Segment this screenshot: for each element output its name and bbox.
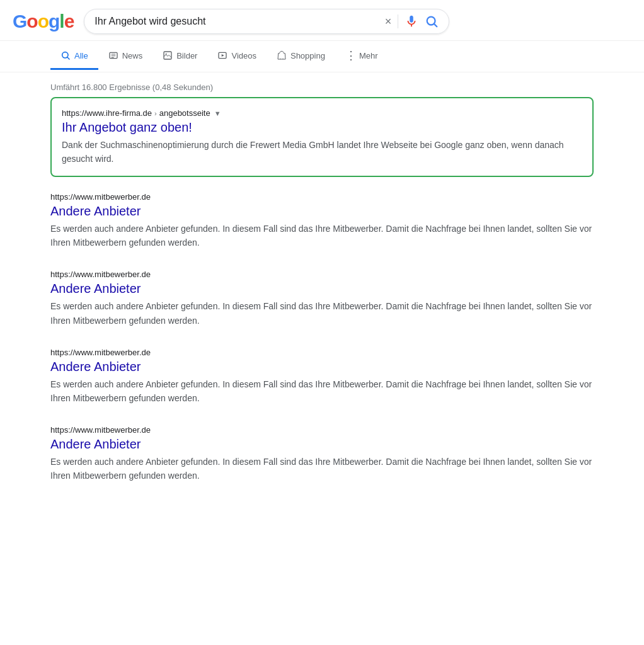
nav-tabs: Alle News Bilder Videos	[0, 41, 644, 72]
result-title-4[interactable]: Andere Anbieter	[50, 436, 594, 452]
tab-mehr[interactable]: ⋮ Mehr	[335, 41, 388, 72]
result-item-3: https://www.mitbewerber.de Andere Anbiet…	[50, 338, 594, 415]
tab-videos-label: Videos	[231, 51, 256, 60]
search-icons: ×	[385, 14, 439, 28]
tab-news-label: News	[122, 51, 143, 60]
logo-e: e	[64, 11, 74, 32]
result-url-1: https://www.mitbewerber.de	[50, 192, 594, 202]
result-snippet-3: Es werden auch andere Anbieter gefunden.…	[50, 377, 594, 405]
result-url-3: https://www.mitbewerber.de	[50, 348, 594, 357]
featured-result-url: https://www.ihre-firma.de › angebotsseit…	[62, 108, 582, 118]
result-url-text-2: https://www.mitbewerber.de	[50, 270, 151, 279]
videos-icon	[217, 50, 227, 60]
images-icon	[163, 50, 173, 60]
result-item-1: https://www.mitbewerber.de Andere Anbiet…	[50, 182, 594, 260]
featured-result: https://www.ihre-firma.de › angebotsseit…	[50, 97, 594, 177]
search-bar: ×	[84, 9, 449, 34]
result-url-4: https://www.mitbewerber.de	[50, 425, 594, 435]
tab-shopping-label: Shopping	[290, 51, 325, 60]
svg-point-13	[282, 59, 283, 59]
logo-g2: g	[49, 11, 59, 32]
news-icon	[108, 50, 118, 60]
mic-icon[interactable]	[405, 14, 418, 28]
result-snippet-4: Es werden auch andere Anbieter gefunden.…	[50, 455, 594, 482]
tab-alle-label: Alle	[74, 51, 88, 60]
clear-icon[interactable]: ×	[385, 15, 392, 28]
tab-videos[interactable]: Videos	[207, 43, 267, 70]
mehr-dots-icon: ⋮	[345, 49, 355, 62]
result-snippet-2: Es werden auch andere Anbieter gefunden.…	[50, 299, 594, 327]
shopping-icon	[277, 50, 287, 60]
featured-result-title[interactable]: Ihr Angebot ganz oben!	[62, 119, 582, 135]
featured-breadcrumb: angebotsseite	[159, 108, 210, 118]
result-title-2[interactable]: Andere Anbieter	[50, 280, 594, 297]
tab-news[interactable]: News	[98, 43, 153, 70]
results-container: https://www.ihre-firma.de › angebotsseit…	[0, 97, 644, 493]
svg-line-1	[434, 24, 437, 26]
result-title-1[interactable]: Andere Anbieter	[50, 203, 594, 219]
header: Google ×	[0, 0, 644, 41]
results-info: Umfährt 16.800 Ergebnisse (0,48 Sekunden…	[0, 72, 644, 97]
result-url-2: https://www.mitbewerber.de	[50, 270, 594, 279]
svg-marker-11	[222, 54, 224, 57]
featured-url-text: https://www.ihre-firma.de	[62, 108, 152, 118]
divider	[398, 14, 398, 28]
search-button-icon[interactable]	[425, 14, 439, 28]
search-tab-icon	[60, 50, 71, 60]
tab-alle[interactable]: Alle	[50, 43, 98, 70]
result-url-text-1: https://www.mitbewerber.de	[50, 192, 151, 202]
results-count: Umfährt 16.800 Ergebnisse (0,48 Sekunden…	[50, 83, 213, 92]
svg-point-12	[280, 59, 280, 59]
svg-line-3	[67, 57, 69, 59]
google-logo[interactable]: Google	[13, 11, 74, 32]
tab-bilder[interactable]: Bilder	[152, 43, 207, 70]
logo-o2: o	[38, 11, 49, 32]
result-item-4: https://www.mitbewerber.de Andere Anbiet…	[50, 415, 594, 493]
result-title-3[interactable]: Andere Anbieter	[50, 358, 594, 375]
tab-shopping[interactable]: Shopping	[267, 43, 335, 70]
tab-mehr-label: Mehr	[359, 51, 378, 60]
logo-l: l	[59, 11, 64, 32]
result-url-text-3: https://www.mitbewerber.de	[50, 348, 151, 357]
result-item-2: https://www.mitbewerber.de Andere Anbiet…	[50, 260, 594, 337]
tab-bilder-label: Bilder	[176, 51, 197, 60]
breadcrumb-arrow-icon: ›	[154, 110, 157, 117]
result-snippet-1: Es werden auch andere Anbieter gefunden.…	[50, 222, 594, 249]
logo-o1: o	[26, 11, 37, 32]
featured-result-snippet: Dank der Suchmaschinenoptimierung durch …	[62, 138, 582, 166]
dropdown-arrow-icon[interactable]: ▼	[214, 110, 221, 117]
result-url-text-4: https://www.mitbewerber.de	[50, 425, 151, 435]
logo-g: G	[13, 11, 26, 32]
search-input[interactable]	[95, 16, 379, 27]
